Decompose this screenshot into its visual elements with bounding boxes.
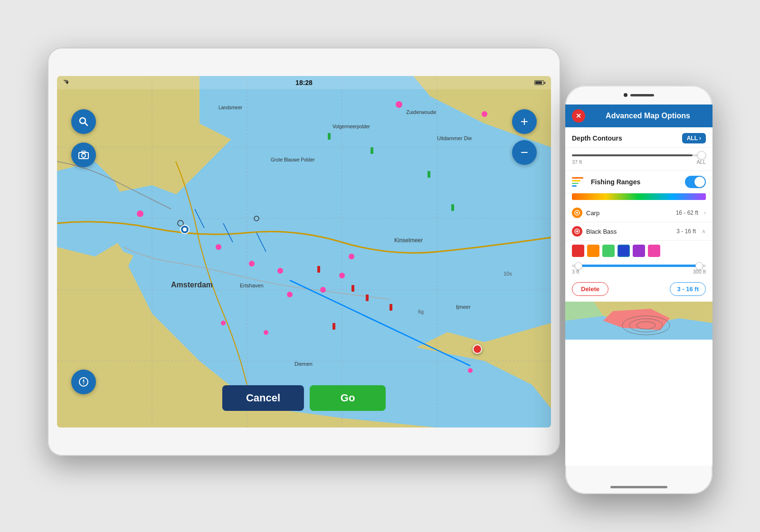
carp-icon	[572, 208, 582, 218]
swatch-red[interactable]	[572, 245, 584, 257]
range-badge: 3 - 16 ft	[670, 282, 706, 296]
black-bass-range: 3 - 16 ft	[676, 228, 696, 235]
go-button[interactable]: Go	[310, 385, 386, 411]
svg-rect-52	[370, 147, 373, 154]
zoom-in-button[interactable]: +	[512, 109, 537, 134]
zoom-out-button[interactable]: −	[512, 140, 537, 165]
fishing-ranges-toggle[interactable]	[685, 176, 706, 188]
map-action-bar: Cancel Go	[222, 385, 386, 411]
tablet-time: 18:28	[295, 79, 313, 86]
svg-text:Zuiderwoude: Zuiderwoude	[406, 109, 437, 115]
status-left	[63, 79, 71, 86]
scene: 18:28	[48, 28, 712, 504]
svg-rect-53	[428, 171, 430, 178]
fishing-ranges-label: Fishing Ranges	[591, 178, 680, 186]
svg-text:Grote Blauwe Polder: Grote Blauwe Polder	[271, 157, 315, 162]
carp-row[interactable]: Carp 16 - 62 ft ›	[565, 204, 712, 222]
black-bass-row[interactable]: Black Bass 3 - 16 ft ∧	[565, 222, 712, 241]
map-thumbnail	[565, 302, 712, 340]
svg-point-38	[320, 287, 326, 293]
swatch-orange[interactable]	[587, 245, 599, 257]
svg-rect-48	[366, 294, 369, 301]
delete-button[interactable]: Delete	[572, 282, 608, 296]
svg-text:10s: 10s	[504, 271, 512, 276]
black-bass-icon	[572, 226, 582, 237]
svg-line-60	[85, 123, 88, 126]
depth-slider-max: ALL	[696, 159, 706, 165]
svg-point-62	[82, 154, 86, 158]
depth-contours-row: Depth Contours ALL ›	[565, 127, 712, 148]
range-slider-section: 3 ft 300 ft	[565, 261, 712, 278]
svg-point-43	[221, 321, 226, 325]
svg-point-45	[468, 368, 473, 373]
phone-speaker	[630, 94, 654, 96]
black-bass-name: Black Bass	[586, 228, 673, 235]
compass-button[interactable]	[71, 370, 96, 394]
svg-text:Uitdammer Die: Uitdammer Die	[437, 135, 472, 141]
fishing-ranges-row: Fishing Ranges	[565, 171, 712, 193]
svg-point-41	[396, 101, 402, 108]
svg-rect-46	[317, 266, 320, 273]
tablet-status-bar: 18:28	[57, 76, 551, 89]
phone-notch	[624, 93, 654, 97]
phone-home-bar	[610, 486, 667, 488]
swatch-green[interactable]	[602, 245, 615, 257]
panel-body: Depth Contours ALL › 37 ft ALL	[565, 127, 712, 466]
cancel-button[interactable]: Cancel	[222, 385, 304, 411]
phone: ✕ Advanced Map Options Depth Contours AL…	[565, 86, 712, 494]
range-max: 300 ft	[693, 269, 706, 275]
svg-point-37	[287, 292, 293, 297]
svg-point-34	[216, 244, 221, 250]
range-labels: 3 ft 300 ft	[572, 269, 706, 275]
svg-text:Ertshaven: Ertshaven	[240, 283, 264, 288]
range-track[interactable]	[572, 265, 706, 267]
tablet-screen: 18:28	[57, 76, 551, 428]
svg-text:Volgermeerpolder: Volgermeerpolder	[332, 124, 370, 129]
swatch-blue[interactable]	[618, 245, 630, 257]
panel-title: Advanced Map Options	[590, 112, 706, 120]
swatch-pink[interactable]	[648, 245, 660, 257]
svg-point-35	[249, 261, 255, 266]
depth-slider-track[interactable]	[572, 154, 706, 156]
all-badge-arrow: ›	[699, 135, 701, 142]
search-button[interactable]	[71, 109, 96, 134]
svg-rect-51	[328, 133, 331, 140]
wifi-icon	[63, 79, 71, 86]
svg-point-44	[264, 330, 268, 335]
swatch-row	[565, 241, 712, 261]
depth-slider-labels: 37 ft ALL	[572, 159, 706, 165]
map-background: Amsterdam Kinselmeer Zuiderwoude Uitdamm…	[57, 76, 551, 428]
carp-name: Carp	[586, 209, 672, 217]
battery-icon	[534, 80, 545, 85]
carp-chevron: ›	[704, 209, 706, 216]
all-badge-text: ALL	[687, 135, 698, 142]
depth-contours-label: Depth Contours	[572, 134, 682, 142]
phone-screen: ✕ Advanced Map Options Depth Contours AL…	[565, 104, 712, 466]
svg-point-40	[349, 254, 354, 259]
camera-button[interactable]	[71, 142, 96, 167]
svg-rect-49	[390, 304, 392, 311]
fishing-ranges-icon	[572, 177, 583, 187]
svg-text:Ijmeer: Ijmeer	[456, 304, 471, 310]
svg-point-42	[482, 111, 487, 117]
svg-marker-65	[83, 379, 85, 382]
svg-rect-54	[451, 204, 454, 211]
svg-text:Landsmeer: Landsmeer	[218, 105, 243, 110]
bottom-actions: Delete 3 - 16 ft	[565, 278, 712, 302]
svg-text:Amsterdam: Amsterdam	[171, 281, 213, 289]
svg-rect-50	[332, 323, 335, 330]
panel-close-button[interactable]: ✕	[572, 109, 585, 123]
depth-slider-section: 37 ft ALL	[565, 148, 712, 171]
fishing-gradient-bar	[572, 193, 706, 200]
tablet: 18:28	[48, 48, 560, 456]
status-right	[534, 80, 545, 85]
carp-range: 16 - 62 ft	[676, 209, 698, 216]
panel-header: ✕ Advanced Map Options	[565, 104, 712, 127]
svg-text:Diemen: Diemen	[294, 361, 313, 367]
swatch-purple[interactable]	[633, 245, 645, 257]
all-badge[interactable]: ALL ›	[682, 133, 706, 143]
svg-marker-66	[83, 382, 85, 385]
location-dot	[473, 344, 482, 354]
svg-point-58	[183, 228, 187, 231]
svg-point-39	[339, 273, 345, 278]
